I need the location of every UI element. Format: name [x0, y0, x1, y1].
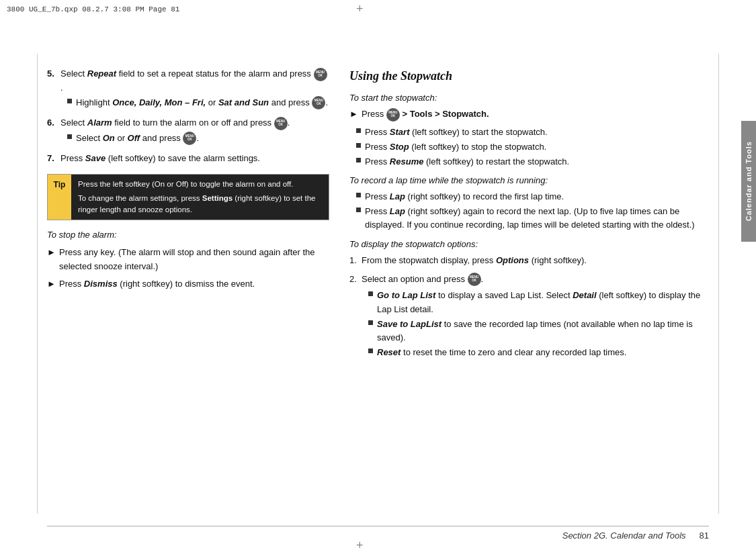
arrow-1: ►: [47, 246, 59, 259]
bullet-start-1: [356, 128, 361, 133]
footer: Section 2G. Calendar and Tools 81: [47, 526, 709, 541]
step-5-content: Select Repeat field to set a repeat stat…: [60, 67, 329, 109]
step-5-text: Select Repeat field to set a repeat stat…: [60, 68, 314, 79]
options-step-1-num: 1.: [349, 254, 362, 267]
lap-sub-2-text: Press Lap (right softkey) again to recor…: [365, 205, 709, 232]
step-5-sub: Highlight Once, Daily, Mon – Fri, or Sat…: [67, 96, 329, 110]
step-6-number: 6.: [47, 116, 60, 145]
tip-box: Tip Press the left softkey (On or Off) t…: [47, 174, 329, 221]
bullet-lap-1: [356, 193, 361, 197]
footer-page: 81: [700, 530, 709, 541]
left-column: 5. Select Repeat field to set a repeat s…: [47, 67, 329, 507]
stop-item-2: ► Press Dismiss (right softkey) to dismi…: [47, 277, 329, 291]
start-sub-1: Press Start (left softkey) to start the …: [356, 126, 709, 139]
bullet-options-1: [368, 291, 373, 296]
tip-line1: Press the left softkey (On or Off) to to…: [78, 179, 322, 190]
bullet-6: [67, 134, 72, 139]
options-step-1-text: From the stopwatch display, press Option…: [362, 254, 709, 267]
step-6-text: Select Alarm field to turn the alarm on …: [60, 118, 274, 128]
options-step-2: 2. Select an option and press MENUOK. Go…: [349, 273, 709, 359]
start-press-text: Press MENUOK > Tools > Stopwatch.: [362, 107, 709, 122]
tip-line2: To change the alarm settings, press Sett…: [78, 193, 322, 216]
options-sub-3: Reset to reset the time to zero and clea…: [368, 346, 709, 359]
margin-line-right: [718, 54, 719, 514]
options-sub-2-text: Save to LapList to save the recorded lap…: [377, 318, 709, 344]
step-7: 7. Press Save (left softkey) to save the…: [47, 152, 329, 165]
step-6-sub: Select On or Off and press MENUOK.: [67, 132, 329, 146]
start-sub-3-text: Press Resume (left softkey) to restart t…: [365, 155, 709, 169]
tip-label: Tip: [48, 175, 71, 220]
start-sub-1-text: Press Start (left softkey) to start the …: [365, 126, 709, 139]
options-step-2-content: Select an option and press MENUOK. Go to…: [362, 273, 709, 359]
bullet-options-3: [368, 349, 373, 353]
options-sub-1-text: Go to Lap List to display a saved Lap Li…: [377, 289, 709, 316]
menu-key-5b: MENUOK: [312, 96, 325, 109]
step-7-content: Press Save (left softkey) to save the al…: [60, 152, 329, 165]
bullet-start-2: [356, 143, 361, 148]
menu-key-5: MENUOK: [314, 68, 327, 81]
right-column: Using the Stopwatch To start the stopwat…: [349, 67, 709, 507]
side-tab: Calendar and Tools: [741, 121, 756, 242]
section-heading: Using the Stopwatch: [349, 67, 709, 86]
print-header: 3800 UG_E_7b.qxp 08.2.7 3:08 PM Page 81: [7, 5, 179, 13]
margin-line-left: [37, 54, 38, 514]
step-5: 5. Select Repeat field to set a repeat s…: [47, 67, 329, 109]
stop-alarm-heading: To stop the alarm:: [47, 228, 329, 242]
options-heading: To display the stopwatch options:: [349, 238, 709, 251]
options-sub-3-text: Reset to reset the time to zero and clea…: [377, 346, 709, 359]
step-6-sub-text: Select On or Off and press MENUOK.: [76, 132, 329, 146]
footer-text: Section 2G. Calendar and Tools: [562, 530, 686, 541]
lap-sub-1-text: Press Lap (right softkey) to record the …: [365, 190, 709, 203]
lap-sub-2: Press Lap (right softkey) again to recor…: [356, 205, 709, 232]
bullet-5: [67, 99, 72, 103]
start-sub-3: Press Resume (left softkey) to restart t…: [356, 155, 709, 169]
bullet-start-3: [356, 158, 361, 163]
bullet-lap-2: [356, 207, 361, 212]
options-step-1: 1. From the stopwatch display, press Opt…: [349, 254, 709, 267]
menu-key-start: MENUOK: [386, 108, 400, 122]
step-7-number: 7.: [47, 152, 60, 165]
options-step-2-num: 2.: [349, 273, 362, 359]
menu-key-6b: MENUOK: [183, 132, 196, 145]
start-sub-2-text: Press Stop (left softkey) to stop the st…: [365, 140, 709, 154]
bullet-options-2: [368, 320, 373, 325]
menu-key-options: MENUOK: [468, 273, 481, 286]
start-press-item: ► Press MENUOK > Tools > Stopwatch.: [349, 107, 709, 122]
stop-item-1: ► Press any key. (The alarm will stop an…: [47, 246, 329, 273]
lap-sub-1: Press Lap (right softkey) to record the …: [356, 190, 709, 203]
registration-mark-bottom: [356, 539, 370, 552]
menu-key-6: MENUOK: [274, 117, 288, 130]
stop-item-2-text: Press Dismiss (right softkey) to dismiss…: [59, 277, 329, 291]
start-sub-2: Press Stop (left softkey) to stop the st…: [356, 140, 709, 154]
side-tab-label: Calendar and Tools: [745, 141, 753, 221]
options-sub-1: Go to Lap List to display a saved Lap Li…: [368, 289, 709, 316]
tip-content: Press the left softkey (On or Off) to to…: [71, 175, 329, 220]
registration-mark-top: [356, 2, 370, 15]
start-heading: To start the stopwatch:: [349, 91, 709, 105]
options-sub-2: Save to LapList to save the recorded lap…: [368, 318, 709, 344]
arrow-2: ►: [47, 277, 59, 291]
content-area: 5. Select Repeat field to set a repeat s…: [47, 67, 709, 507]
stop-item-1-text: Press any key. (The alarm will stop and …: [59, 246, 329, 273]
lap-heading: To record a lap time while the stopwatch…: [349, 174, 709, 187]
step-6-content: Select Alarm field to turn the alarm on …: [60, 116, 329, 145]
page-container: 3800 UG_E_7b.qxp 08.2.7 3:08 PM Page 81 …: [0, 0, 756, 554]
arrow-start: ►: [349, 107, 362, 121]
step-5-number: 5.: [47, 67, 60, 109]
step-5-sub-text: Highlight Once, Daily, Mon – Fri, or Sat…: [76, 96, 329, 110]
step-6: 6. Select Alarm field to turn the alarm …: [47, 116, 329, 145]
